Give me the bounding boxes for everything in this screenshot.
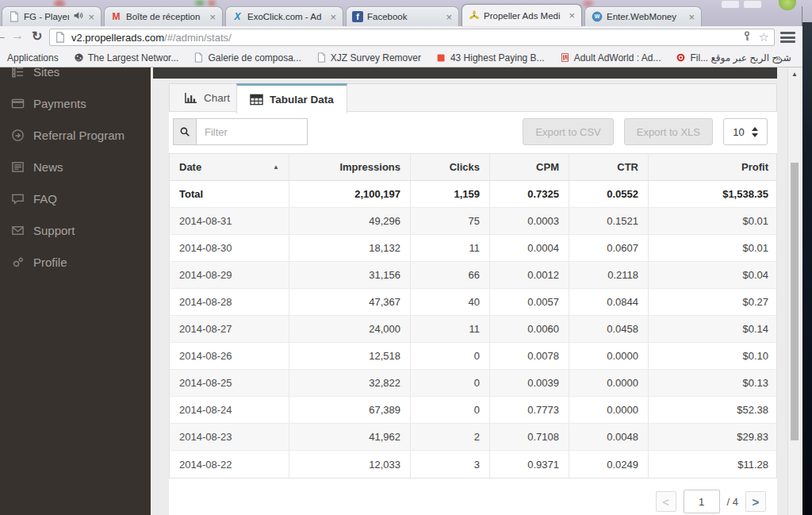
cell-text: 3 <box>474 459 480 471</box>
tab-chart[interactable]: Chart <box>171 84 243 112</box>
tab-title: Enter.WebMoney <box>607 12 684 21</box>
browser-tab[interactable]: WEnter.WebMoney× <box>584 6 702 26</box>
browser-tab[interactable]: Propeller Ads Medi× <box>462 4 582 26</box>
column-header-cpm[interactable]: CPM <box>489 154 569 180</box>
key-icon[interactable] <box>741 30 753 45</box>
cell-text: 0.0048 <box>607 431 638 443</box>
bookmark-label: Adult AdWorld : Ad... <box>574 52 661 63</box>
pagination: < 1 / 4 > <box>169 490 777 513</box>
cell-text: 0.9371 <box>527 459 559 471</box>
cell-text: 0.0607 <box>607 242 638 254</box>
exoclick-icon: X <box>232 11 243 23</box>
page-icon <box>193 52 204 63</box>
tab-chart-label: Chart <box>204 92 230 104</box>
cell-text: Impressions <box>339 161 400 173</box>
bookmark-item[interactable]: XJZ Survey Remover <box>316 52 421 63</box>
scrollbar-thumb[interactable] <box>791 163 799 440</box>
close-tab-icon[interactable]: × <box>445 13 453 21</box>
table-cell: 0.0000 <box>569 397 648 423</box>
url-host: v2.propellerads.com <box>71 32 164 44</box>
cell-text: $0.01 <box>742 242 768 254</box>
table-cell: $0.13 <box>648 370 778 396</box>
bookmark-label: XJZ Survey Remover <box>331 52 421 63</box>
tab-title: Boîte de réception <box>126 12 205 21</box>
bookmark-star-icon[interactable]: ☆ <box>759 32 769 43</box>
cell-text: 0 <box>474 350 480 362</box>
table-cell: $52.38 <box>648 397 778 423</box>
bookmark-item[interactable]: شرح الربح عبر موقع ...Fil <box>676 52 791 63</box>
sidebar-item-support[interactable]: Support <box>11 221 75 240</box>
cell-text: 0 <box>474 377 480 389</box>
table-row: 2014-08-2467,38900.77730.0000$52.38 <box>170 397 776 424</box>
table-cell: 75 <box>410 208 489 234</box>
table-cell: $11.28 <box>648 451 778 478</box>
export-xls-button[interactable]: Export to XLS <box>624 118 713 145</box>
column-header-date[interactable]: Date▲ <box>170 154 289 180</box>
table-cell: 0.0000 <box>569 343 648 369</box>
sidebar-item-payments[interactable]: Payments <box>11 94 86 113</box>
sidebar-item-news[interactable]: News <box>11 157 63 176</box>
bookmark-item[interactable]: 43 Highest Paying B... <box>436 52 545 63</box>
table-cell: 12,518 <box>289 343 410 369</box>
referral-icon <box>11 129 25 142</box>
cell-text: Date <box>179 161 201 173</box>
globe-icon <box>74 52 84 63</box>
close-tab-icon[interactable]: × <box>209 13 216 21</box>
cell-text: 11 <box>469 242 481 254</box>
bookmark-item[interactable]: Adult AdWorld : Ad... <box>560 52 661 63</box>
cell-text: 2014-08-25 <box>179 377 232 389</box>
browser-tab[interactable]: FG - Player× <box>2 6 102 26</box>
next-page-button[interactable]: > <box>745 491 766 512</box>
cell-text: 18,132 <box>369 242 400 254</box>
page-scrollbar[interactable]: ▲ <box>787 67 800 515</box>
close-tab-icon[interactable]: × <box>87 13 95 21</box>
cell-text: 41,962 <box>369 431 400 443</box>
sidebar-item-faq[interactable]: FAQ <box>11 189 57 208</box>
cell-text: 2014-08-24 <box>179 404 232 416</box>
browser-tab[interactable]: fFacebook× <box>346 6 459 26</box>
current-page-input[interactable]: 1 <box>684 490 720 513</box>
table-row: 2014-08-2532,82200.00390.0000$0.13 <box>170 370 776 397</box>
column-header-profit[interactable]: Profit <box>648 154 778 180</box>
cell-text: 0 <box>474 404 480 416</box>
prev-page-button[interactable]: < <box>656 491 676 512</box>
tab-tabular-data[interactable]: Tabular Data <box>236 83 347 113</box>
cell-text: 75 <box>469 215 480 227</box>
bookmark-item[interactable]: Galerie de composa... <box>193 52 301 63</box>
close-tab-icon[interactable]: × <box>329 13 337 21</box>
column-header-clicks[interactable]: Clicks <box>410 154 489 180</box>
cell-text: 0.7325 <box>527 188 559 200</box>
back-icon[interactable]: ← <box>0 29 7 43</box>
table-row: 2014-08-2212,03330.93710.0249$11.28 <box>170 451 776 478</box>
sidebar-item-sites[interactable]: Sites <box>11 67 59 81</box>
browser-tab[interactable]: MBoîte de réception× <box>104 6 223 26</box>
browser-tab[interactable]: XExoClick.com - Ad× <box>225 6 343 26</box>
bookmark-label: Applications <box>7 52 59 63</box>
column-header-impressions[interactable]: Impressions <box>289 154 410 180</box>
page-size-select[interactable]: 10 <box>723 118 768 145</box>
table-cell: 0.9371 <box>489 451 569 478</box>
bookmark-item[interactable]: The Largest Networ... <box>74 52 179 63</box>
audio-speaker-icon[interactable] <box>73 10 83 24</box>
bookmark-item[interactable]: Applications <box>7 52 59 63</box>
filter-input[interactable] <box>197 118 308 145</box>
close-tab-icon[interactable]: × <box>688 13 695 21</box>
table-cell: 0 <box>410 370 489 396</box>
forward-icon[interactable]: → <box>11 29 24 43</box>
column-header-ctr[interactable]: CTR <box>569 154 648 180</box>
sidebar-item-profile[interactable]: Profile <box>11 252 67 271</box>
cell-text: 1,159 <box>454 188 480 200</box>
cell-text: 2014-08-22 <box>179 459 232 471</box>
export-csv-button[interactable]: Export to CSV <box>523 118 613 145</box>
scroll-up-icon[interactable]: ▲ <box>791 71 798 78</box>
sidebar-item-referral-program[interactable]: Referral Program <box>11 125 124 144</box>
cell-text: 0.2118 <box>607 269 638 281</box>
close-tab-icon[interactable]: × <box>568 11 576 20</box>
search-icon <box>179 126 190 137</box>
menu-icon[interactable] <box>780 32 795 43</box>
cell-text: 2014-08-30 <box>179 242 232 254</box>
bookmarks-overflow-chevron[interactable]: » <box>776 52 781 63</box>
table-cell: 40 <box>410 289 489 315</box>
address-bar[interactable]: v2.propellerads.com/#/admin/stats/ ☆ <box>49 29 775 46</box>
reload-icon[interactable]: ↻ <box>32 29 42 44</box>
